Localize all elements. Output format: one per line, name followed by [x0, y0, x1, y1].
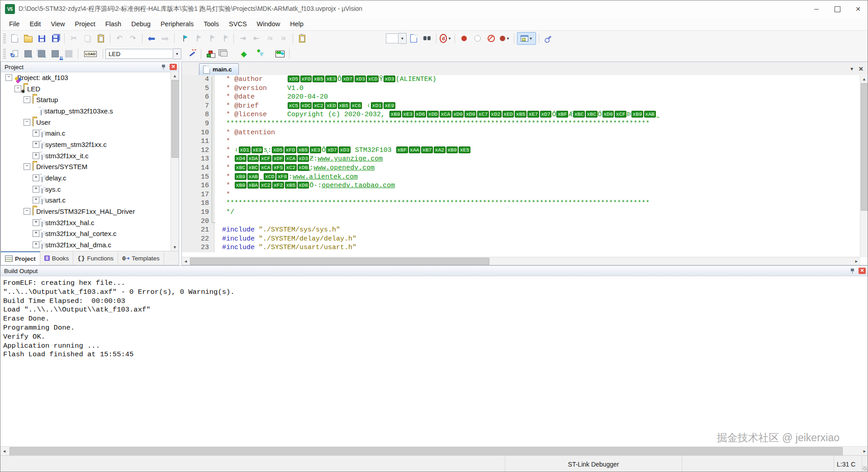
scroll-down-icon[interactable]: ▼ [171, 243, 179, 251]
breakpoint-dropdown-arrow[interactable]: ▼ [506, 37, 510, 41]
code-line[interactable]: 13 * xD4xDAxCFxDFxCAxD3Ƶ:www.yuanzige.co… [182, 155, 860, 164]
expand-icon[interactable]: + [33, 219, 39, 226]
minimize-button[interactable]: ─ [806, 0, 827, 18]
collapse-icon[interactable]: − [24, 119, 30, 126]
code-line[interactable]: 11 * [182, 137, 860, 146]
editor-horizontal-scrollbar[interactable]: ◄ ► [182, 257, 860, 265]
tree-item[interactable]: +main.c [1, 127, 171, 139]
editor-scroll-right-icon[interactable]: ► [853, 257, 860, 265]
toolbar-grip[interactable] [3, 33, 6, 43]
tree-item[interactable]: −Project: atk_f103 [1, 72, 171, 83]
kill-breakpoints-button[interactable] [485, 32, 498, 45]
build-scrollbar-thumb[interactable] [9, 447, 843, 456]
tree-item[interactable]: +stm32f1xx_hal_cortex.c [1, 228, 171, 240]
windows-dropdown-arrow[interactable]: ▼ [529, 37, 533, 41]
editor-scroll-up-icon[interactable]: ▲ [860, 75, 868, 83]
menu-item-window[interactable]: Window [252, 19, 285, 29]
stop-build-button[interactable] [62, 47, 75, 60]
tab-templates[interactable]: 0➜ Templates [118, 251, 164, 265]
toolbar-grip-2[interactable] [3, 49, 6, 59]
tree-item[interactable]: −Startup [1, 94, 171, 105]
maximize-button[interactable] [827, 0, 848, 18]
code-line[interactable]: 6 * @date 2020-04-20 [182, 93, 860, 102]
new-file-button[interactable] [8, 32, 21, 45]
manage-project-items-button[interactable] [204, 47, 217, 60]
collapse-icon[interactable]: − [5, 74, 12, 81]
code-line[interactable]: 20 [182, 217, 860, 226]
build-output-log[interactable]: FromELF: creating hex file..."..\..\Outp… [0, 276, 868, 446]
scroll-up-icon[interactable]: ▲ [171, 72, 179, 80]
build-output-scrollbar[interactable]: ◄ ► [0, 446, 868, 456]
collapse-icon[interactable]: − [14, 85, 21, 92]
expand-icon[interactable]: + [33, 241, 39, 248]
insert-breakpoint-button[interactable] [458, 32, 470, 45]
find-text-combo[interactable] [386, 33, 398, 43]
menu-item-view[interactable]: View [46, 19, 70, 29]
manage-rte-button[interactable]: ◆ [237, 47, 250, 60]
code-line[interactable]: 15 * xB9xAB˾xCDxF8:www.alientek.com [182, 173, 860, 182]
build-output-pin-icon[interactable] [849, 268, 856, 274]
tree-item[interactable]: startup_stm32f103xe.s [1, 105, 171, 117]
start-stop-debug-button[interactable]: d▼ [439, 32, 452, 45]
editor-scroll-left-icon[interactable]: ◄ [182, 257, 190, 265]
menu-item-flash[interactable]: Flash [100, 19, 126, 29]
code-line[interactable]: 10 * @attention [182, 128, 860, 137]
incremental-find-button[interactable] [407, 32, 420, 45]
code-line[interactable]: 17 * [182, 190, 860, 199]
expand-icon[interactable]: + [33, 175, 39, 181]
tree-item[interactable]: +usart.c [1, 195, 171, 206]
tree-item[interactable]: +stm32f1xx_it.c [1, 150, 171, 161]
editor-vertical-scrollbar[interactable]: ▲ [860, 75, 868, 257]
target-select[interactable]: LED [105, 49, 173, 59]
code-line[interactable]: 23#include "./SYSTEM/usart/usart.h" [182, 243, 860, 252]
target-options-button[interactable] [185, 47, 198, 60]
redo-button[interactable]: ↷ [127, 32, 139, 45]
save-button[interactable] [35, 32, 48, 45]
undo-button[interactable]: ↶ [113, 32, 126, 45]
paste-button[interactable] [95, 32, 107, 45]
unindent-button[interactable]: ⇤ [250, 32, 263, 45]
expand-icon[interactable]: + [33, 197, 39, 203]
tab-functions[interactable]: {} Functions [73, 251, 118, 265]
comment-button[interactable]: /≡ [264, 32, 276, 45]
expand-icon[interactable]: + [33, 152, 39, 159]
indent-button[interactable]: ⇥ [237, 32, 249, 45]
cut-button[interactable]: ✂ [67, 32, 80, 45]
expand-icon[interactable]: + [33, 186, 39, 193]
tree-item[interactable]: +stm32f1xx_hal.c [1, 217, 171, 228]
code-line[interactable]: 5 * @version V1.0 [182, 84, 860, 93]
close-document-icon[interactable]: ✕ [859, 66, 863, 72]
select-packs-button[interactable] [256, 47, 268, 60]
code-line[interactable]: 4 * @author xD5xFDxB5xE3ÔxD7xD3xCDŶxD3(A… [182, 75, 860, 84]
save-all-button[interactable] [49, 32, 62, 45]
disable-breakpoint-button[interactable] [471, 32, 484, 45]
project-tree-scrollbar[interactable]: ▲ ▼ [171, 72, 179, 251]
tree-item[interactable]: −LED [1, 83, 171, 94]
menu-item-file[interactable]: File [4, 19, 24, 29]
open-file-button[interactable] [22, 32, 34, 45]
uncomment-button[interactable]: /≠ [277, 32, 290, 45]
expand-icon[interactable]: + [33, 130, 39, 137]
debug-windows-button[interactable]: ▼ [517, 32, 536, 45]
collapse-icon[interactable]: − [24, 163, 30, 170]
menu-item-svcs[interactable]: SVCS [224, 19, 252, 29]
copy-button[interactable] [81, 32, 94, 45]
menu-item-project[interactable]: Project [70, 19, 100, 29]
tab-project[interactable]: Project [1, 251, 40, 265]
code-line[interactable]: 18 *************************************… [182, 199, 860, 208]
debug-dropdown-arrow[interactable]: ▼ [448, 37, 451, 41]
code-line[interactable]: 19 */ [182, 208, 860, 217]
tree-item[interactable]: +stm32f1xx_hal_dma.c [1, 239, 171, 250]
tab-main-c[interactable]: main.c [199, 63, 239, 75]
pack-installer-button[interactable] [274, 47, 286, 60]
find-button[interactable] [421, 32, 433, 45]
code-line[interactable]: 8 * @license Copyright (c) 2020-2032, xB… [182, 110, 860, 119]
menu-item-edit[interactable]: Edit [24, 19, 46, 29]
code-line[interactable]: 14 * xBCxBCxCAxF5xC2xDB̳:www.openedv.com [182, 164, 860, 173]
code-line[interactable]: 9 **************************************… [182, 119, 860, 128]
bookmark-clear-button[interactable] [218, 32, 231, 45]
find-in-files-button[interactable] [296, 32, 308, 45]
navigate-back-button[interactable]: ⬅ [145, 32, 158, 45]
resize-grip[interactable] [862, 456, 868, 472]
manage-workspace-button[interactable] [218, 47, 230, 60]
